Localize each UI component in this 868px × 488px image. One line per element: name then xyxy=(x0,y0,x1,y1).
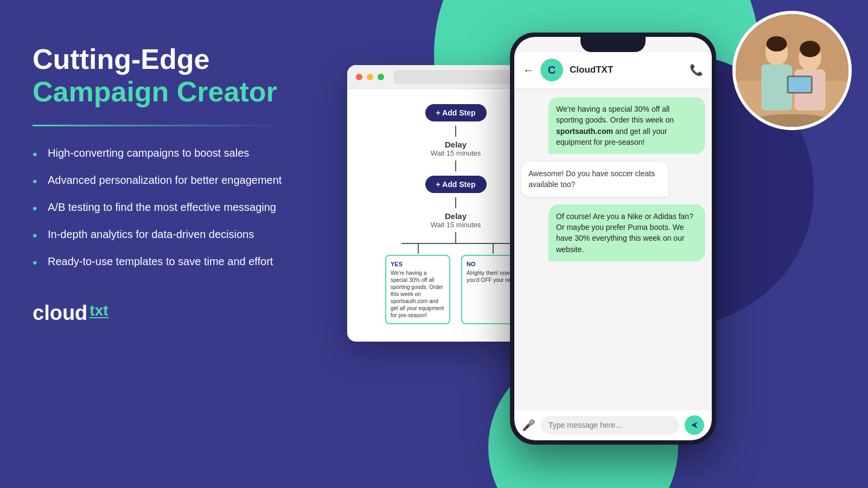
right-panel: + Add Step Delay Wait 15 minutes + Add S… xyxy=(304,0,868,488)
title-divider xyxy=(33,125,282,126)
title-line2: Campaign Creator xyxy=(33,76,282,108)
feature-item-2: Advanced personalization for better enga… xyxy=(33,172,282,188)
phone-screen: ← C CloudTXT 📞 We're having a special 30… xyxy=(514,37,712,440)
delay-sub-1: Wait 15 minutes xyxy=(431,149,481,157)
logo-cloud: cloud xyxy=(33,301,87,325)
message-1-bot: We're having a special 30% off all sport… xyxy=(548,97,705,154)
branch-yes-card: YES We're having a special 30% off all s… xyxy=(385,255,450,324)
message-2-user: Awesome! Do you have soccer cleats avail… xyxy=(521,162,668,197)
left-panel: Cutting-Edge Campaign Creator High-conve… xyxy=(0,0,315,488)
chat-input-area: 🎤 xyxy=(514,409,712,440)
main-title: Cutting-Edge Campaign Creator xyxy=(33,43,282,108)
chat-avatar: C xyxy=(540,59,563,81)
browser-dot-red[interactable] xyxy=(356,74,362,80)
chat-header: ← C CloudTXT 📞 xyxy=(514,52,712,88)
circle-photo xyxy=(732,11,852,130)
phone-call-icon[interactable]: 📞 xyxy=(690,63,703,76)
yes-message: We're having a special 30% off all sport… xyxy=(391,269,445,319)
message-3-bot: Of course! Are you a Nike or Adidas fan?… xyxy=(548,204,705,261)
yes-label: YES xyxy=(391,260,445,268)
feature-item-4: In-depth analytics for data-driven decis… xyxy=(33,227,282,242)
flow-branch: YES We're having a special 30% off all s… xyxy=(380,255,532,324)
chat-messages: We're having a special 30% off all sport… xyxy=(514,88,712,409)
flow-connector-3 xyxy=(455,197,456,208)
flow-delay-box-2: Delay Wait 15 minutes xyxy=(431,208,481,232)
svg-rect-12 xyxy=(788,77,811,92)
add-step-button-1[interactable]: + Add Step xyxy=(425,104,487,121)
delay-label-1: Delay xyxy=(431,140,481,149)
browser-dot-green[interactable] xyxy=(378,74,384,80)
chat-back-button[interactable]: ← xyxy=(523,64,534,76)
browser-dot-yellow[interactable] xyxy=(367,74,373,80)
flow-connector-1 xyxy=(455,126,456,137)
feature-item-1: High-converting campaigns to boost sales xyxy=(33,145,282,160)
phone-notch xyxy=(580,37,646,52)
flow-delay-box-1: Delay Wait 15 minutes xyxy=(431,137,481,160)
flow-connector-2 xyxy=(455,160,456,171)
svg-point-6 xyxy=(767,36,787,52)
svg-point-10 xyxy=(800,41,820,57)
circle-photo-inner xyxy=(736,14,848,127)
features-list: High-converting campaigns to boost sales… xyxy=(33,145,282,269)
flow-connector-4 xyxy=(455,232,456,243)
message-input[interactable] xyxy=(541,416,679,434)
chat-contact-name: CloudTXT xyxy=(570,65,683,75)
microphone-icon[interactable]: 🎤 xyxy=(522,419,535,432)
title-line1: Cutting-Edge xyxy=(33,43,282,76)
logo: cloud txt xyxy=(33,301,282,325)
feature-item-3: A/B testing to find the most effective m… xyxy=(33,200,282,215)
phone-mockup: ← C CloudTXT 📞 We're having a special 30… xyxy=(510,33,716,445)
delay-label-2: Delay xyxy=(431,211,481,221)
feature-item-5: Ready-to-use templates to save time and … xyxy=(33,254,282,269)
add-step-button-2[interactable]: + Add Step xyxy=(425,176,487,193)
send-button[interactable] xyxy=(685,415,704,435)
delay-sub-2: Wait 15 minutes xyxy=(431,221,481,229)
logo-txt: txt xyxy=(90,302,108,319)
